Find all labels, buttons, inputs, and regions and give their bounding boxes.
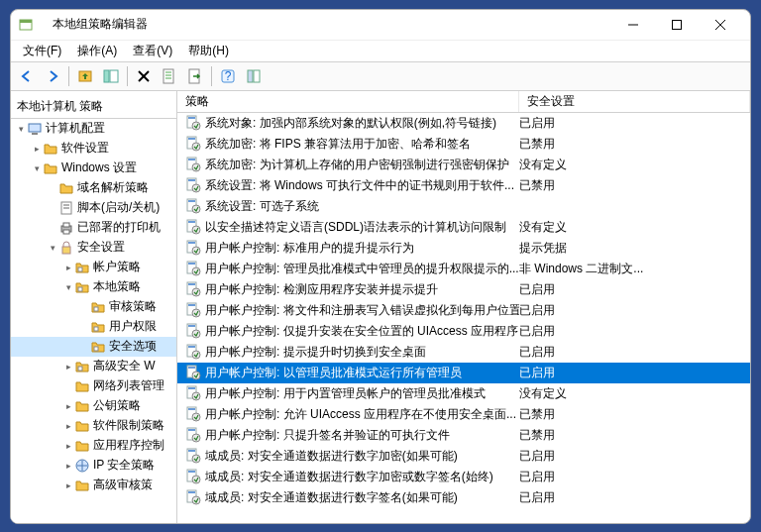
policy-cell: 用户帐户控制: 允许 UIAccess 应用程序在不使用安全桌面... — [185, 406, 519, 423]
tree-item[interactable]: 域名解析策略 — [11, 178, 176, 198]
tree-expand-icon[interactable]: ▸ — [62, 263, 74, 272]
folder-icon — [74, 398, 90, 414]
policy-name: 用户帐户控制: 标准用户的提升提示行为 — [205, 240, 414, 257]
tree-item-label: 网络列表管理 — [93, 377, 164, 394]
tree-item[interactable]: ▸公钥策略 — [11, 396, 176, 416]
back-button[interactable] — [15, 64, 39, 88]
tree-item[interactable]: ▸高级安全 W — [11, 357, 176, 376]
svg-rect-85 — [188, 450, 195, 452]
tree-expand-icon[interactable]: ▸ — [62, 480, 74, 490]
policy-row[interactable]: 用户帐户控制: 仅提升安装在安全位置的 UIAccess 应用程序已启用 — [177, 321, 750, 342]
tree-pane[interactable]: 本地计算机 策略 ▾计算机配置▸软件设置▾Windows 设置域名解析策略脚本(… — [11, 91, 177, 523]
tree-item[interactable]: ▸高级审核策 — [11, 476, 176, 495]
tree-item[interactable]: 已部署的打印机 — [11, 218, 176, 238]
menu-view[interactable]: 查看(V) — [125, 41, 180, 61]
window-title: 本地组策略编辑器 — [33, 16, 611, 33]
menu-action[interactable]: 操作(A) — [69, 41, 125, 61]
menu-file[interactable]: 文件(F) — [15, 41, 69, 61]
policy-row[interactable]: 用户帐户控制: 管理员批准模式中管理员的提升权限提示的...非 Windows … — [177, 259, 750, 279]
tree-expand-icon[interactable]: ▾ — [47, 243, 58, 253]
delete-button[interactable] — [132, 64, 156, 88]
policy-icon — [185, 427, 201, 443]
policy-name: 系统设置: 可选子系统 — [205, 198, 319, 215]
tree-expand-icon[interactable]: ▾ — [62, 282, 74, 292]
tree-expand-icon[interactable]: ▸ — [62, 401, 74, 411]
policy-row[interactable]: 用户帐户控制: 检测应用程序安装并提示提升已启用 — [177, 279, 750, 300]
titlebar[interactable]: 本地组策略编辑器 — [11, 10, 750, 40]
policy-row[interactable]: 以安全描述符定义语言(SDDL)语法表示的计算机访问限制没有定义 — [177, 217, 750, 238]
properties-button[interactable] — [158, 64, 181, 88]
tree-expand-icon[interactable]: ▸ — [62, 421, 74, 431]
policy-row[interactable]: 用户帐户控制: 以管理员批准模式运行所有管理员已启用 — [177, 363, 750, 383]
policy-row[interactable]: 系统加密: 将 FIPS 兼容算法用于加密、哈希和签名已禁用 — [177, 134, 750, 155]
policy-name: 域成员: 对安全通道数据进行数字加密或数字签名(始终) — [205, 469, 493, 485]
svg-rect-8 — [110, 70, 118, 82]
column-header-setting[interactable]: 安全设置 — [519, 91, 750, 112]
folder-icon — [58, 180, 74, 196]
tree-item[interactable]: ▾安全设置 — [11, 238, 176, 258]
tree-item[interactable]: ▸帐户策略 — [11, 258, 176, 277]
tree-expand-icon[interactable]: ▸ — [62, 362, 74, 372]
setting-cell: 已启用 — [519, 489, 750, 506]
tree-expand-icon[interactable]: ▸ — [62, 441, 74, 451]
policy-row[interactable]: 域成员: 对安全通道数据进行数字签名(如果可能)已启用 — [177, 487, 750, 508]
show-hide-tree-button[interactable] — [99, 64, 123, 88]
tree-item[interactable]: ▸软件设置 — [11, 139, 176, 159]
tree-item-label: Windows 设置 — [61, 160, 137, 176]
help-button[interactable]: ? — [216, 64, 240, 88]
maximize-button[interactable] — [655, 10, 699, 40]
svg-rect-49 — [188, 200, 195, 202]
tree-item[interactable]: 网络列表管理 — [11, 376, 176, 396]
policy-row[interactable]: 用户帐户控制: 只提升签名并验证的可执行文件已禁用 — [177, 425, 750, 446]
tree-item-label: 帐户策略 — [93, 259, 141, 275]
tree-item[interactable]: ▸应用程序控制 — [11, 436, 176, 456]
tree-root-label[interactable]: 本地计算机 策略 — [11, 95, 176, 119]
policy-row[interactable]: 系统加密: 为计算机上存储的用户密钥强制进行强密钥保护没有定义 — [177, 155, 750, 175]
svg-rect-20 — [29, 124, 41, 132]
svg-rect-26 — [63, 223, 69, 227]
export-button[interactable] — [183, 64, 207, 88]
policy-row[interactable]: 系统设置: 将 Windows 可执行文件中的证书规则用于软件...已禁用 — [177, 175, 750, 196]
policy-row[interactable]: 用户帐户控制: 用于内置管理员帐户的管理员批准模式没有定义 — [177, 383, 750, 404]
tree-item[interactable]: ▾本地策略 — [11, 277, 176, 297]
folder-icon — [43, 141, 58, 157]
minimize-button[interactable] — [611, 10, 655, 40]
toolbar: ? — [11, 61, 750, 91]
tree-item[interactable]: 审核策略 — [11, 297, 176, 317]
policy-row[interactable]: 域成员: 对安全通道数据进行数字加密或数字签名(始终)已启用 — [177, 467, 750, 487]
policy-icon — [185, 240, 201, 256]
tree-expand-icon[interactable]: ▸ — [62, 461, 74, 471]
policy-cell: 系统设置: 将 Windows 可执行文件中的证书规则用于软件... — [185, 177, 519, 194]
policy-row[interactable]: 系统设置: 可选子系统 — [177, 196, 750, 217]
refresh-button[interactable] — [242, 64, 266, 88]
policy-icon — [185, 177, 201, 193]
tree-item[interactable]: ▸IP 安全策略 — [11, 456, 176, 476]
tree-item[interactable]: ▸软件限制策略 — [11, 416, 176, 436]
svg-rect-79 — [188, 408, 195, 410]
menu-help[interactable]: 帮助(H) — [180, 41, 237, 61]
forward-button[interactable] — [41, 64, 64, 88]
close-button[interactable] — [699, 10, 742, 40]
tree-expand-icon[interactable]: ▾ — [15, 124, 27, 134]
list-header: 策略 安全设置 — [177, 91, 750, 113]
tree-expand-icon[interactable]: ▸ — [31, 144, 43, 154]
tree-item[interactable]: 用户权限 — [11, 317, 176, 337]
policy-row[interactable]: 用户帐户控制: 将文件和注册表写入错误虚拟化到每用户位置已启用 — [177, 300, 750, 321]
policy-row[interactable]: 用户帐户控制: 允许 UIAccess 应用程序在不使用安全桌面...已禁用 — [177, 404, 750, 425]
tree-item[interactable]: ▾Windows 设置 — [11, 159, 176, 178]
tree-expand-icon[interactable]: ▾ — [31, 163, 43, 173]
policy-row[interactable]: 用户帐户控制: 标准用户的提升提示行为提示凭据 — [177, 238, 750, 259]
policy-name: 用户帐户控制: 以管理员批准模式运行所有管理员 — [205, 365, 462, 381]
policy-cell: 以安全描述符定义语言(SDDL)语法表示的计算机访问限制 — [185, 219, 519, 236]
up-button[interactable] — [73, 64, 97, 88]
column-header-policy[interactable]: 策略 — [177, 91, 519, 112]
tree-item[interactable]: 脚本(启动/关机) — [11, 198, 176, 218]
list-body[interactable]: 系统对象: 加强内部系统对象的默认权限(例如,符号链接)已启用系统加密: 将 F… — [177, 113, 750, 523]
policy-icon — [185, 302, 201, 318]
policy-row[interactable]: 域成员: 对安全通道数据进行数字加密(如果可能)已启用 — [177, 446, 750, 467]
setting-cell: 非 Windows 二进制文... — [519, 261, 750, 277]
tree-item[interactable]: ▾计算机配置 — [11, 119, 176, 139]
policy-row[interactable]: 用户帐户控制: 提示提升时切换到安全桌面已启用 — [177, 342, 750, 363]
tree-item[interactable]: 安全选项 — [11, 337, 176, 357]
policy-row[interactable]: 系统对象: 加强内部系统对象的默认权限(例如,符号链接)已启用 — [177, 113, 750, 134]
